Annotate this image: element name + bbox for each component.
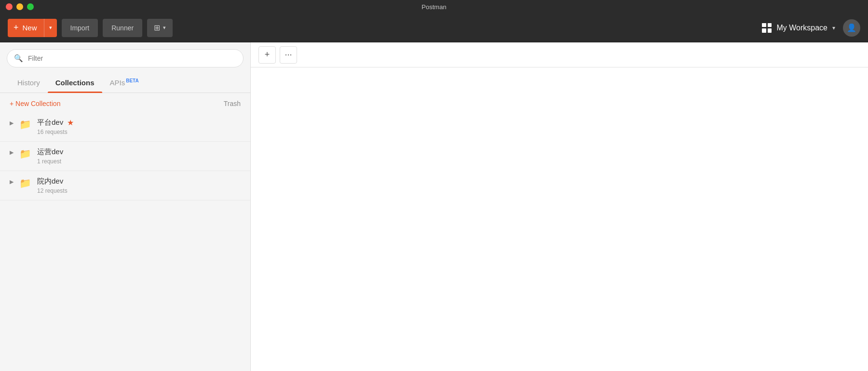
collection-meta: 12 requests [37,187,241,194]
traffic-lights [6,3,34,10]
new-collection-button[interactable]: + New Collection [10,100,60,107]
collection-info: 运营dev 1 request [37,147,241,165]
collection-meta: 16 requests [37,129,241,135]
new-button-label: New [23,24,37,32]
right-toolbar: + ··· [251,42,868,67]
new-button[interactable]: + New ▾ [8,19,57,37]
app-title: Postman [421,3,446,11]
title-bar: Postman [0,0,868,13]
collection-name-row: 平台dev ★ [37,118,241,127]
search-icon: 🔍 [14,54,23,63]
add-tab-button[interactable]: + [258,46,276,64]
chevron-right-icon[interactable]: ▶ [10,179,14,185]
new-button-main[interactable]: + New [8,19,44,37]
workspace-chevron-icon: ▾ [832,25,835,31]
collection-name-row: 运营dev [37,147,241,157]
new-dropdown-chevron[interactable]: ▾ [44,19,57,37]
star-icon[interactable]: ★ [67,118,74,127]
tab-apis[interactable]: APIsBETA [102,72,147,93]
more-icon: ··· [285,50,292,60]
main-layout: 🔍 History Collections APIsBETA + New Col… [0,42,868,371]
more-options-button[interactable]: ··· [280,46,297,64]
sidebar: 🔍 History Collections APIsBETA + New Col… [0,42,251,371]
right-content [251,67,868,371]
collection-name[interactable]: 平台dev [37,118,63,127]
close-button[interactable] [6,3,13,10]
toolbar: + New ▾ Import Runner ⊞ ▾ My Workspace ▾… [0,13,868,42]
collection-name[interactable]: 运营dev [37,147,63,157]
sync-icon: ⊞ [154,23,160,32]
workspace-grid-icon [762,23,772,33]
folder-icon: 📁 [19,148,31,159]
folder-icon: 📁 [19,177,31,189]
user-icon-symbol: 👤 [847,23,856,32]
plus-icon: + [14,23,19,33]
collection-name[interactable]: 院内dev [37,177,63,186]
search-input-wrap: 🔍 [7,49,244,67]
chevron-right-icon[interactable]: ▶ [10,149,14,156]
collection-info: 平台dev ★ 16 requests [37,118,241,135]
import-button[interactable]: Import [62,19,98,37]
maximize-button[interactable] [27,3,34,10]
tab-history[interactable]: History [10,73,48,93]
sync-chevron: ▾ [163,25,166,31]
workspace-selector[interactable]: My Workspace ▾ [762,23,835,33]
toolbar-right: My Workspace ▾ 👤 [762,19,860,37]
filter-input[interactable] [28,54,236,62]
sync-button[interactable]: ⊞ ▾ [147,19,173,37]
chevron-right-icon[interactable]: ▶ [10,120,14,126]
collection-info: 院内dev 12 requests [37,177,241,194]
workspace-label: My Workspace [776,24,827,32]
list-item: ▶ 📁 平台dev ★ 16 requests [0,112,250,142]
trash-button[interactable]: Trash [224,100,241,107]
user-avatar[interactable]: 👤 [843,19,860,37]
tab-collections[interactable]: Collections [48,73,102,93]
collections-header: + New Collection Trash [0,93,250,112]
collection-meta: 1 request [37,158,241,165]
collections-list: ▶ 📁 平台dev ★ 16 requests ▶ 📁 运营dev [0,112,250,200]
sidebar-tabs: History Collections APIsBETA [0,72,250,93]
beta-badge: BETA [126,78,138,83]
folder-icon: 📁 [19,119,31,130]
add-icon: + [265,50,270,60]
minimize-button[interactable] [16,3,23,10]
search-bar: 🔍 [0,42,250,72]
runner-button[interactable]: Runner [103,19,142,37]
collection-name-row: 院内dev [37,177,241,186]
right-panel: + ··· [251,42,868,371]
list-item: ▶ 📁 院内dev 12 requests [0,171,250,200]
list-item: ▶ 📁 运营dev 1 request [0,142,250,171]
